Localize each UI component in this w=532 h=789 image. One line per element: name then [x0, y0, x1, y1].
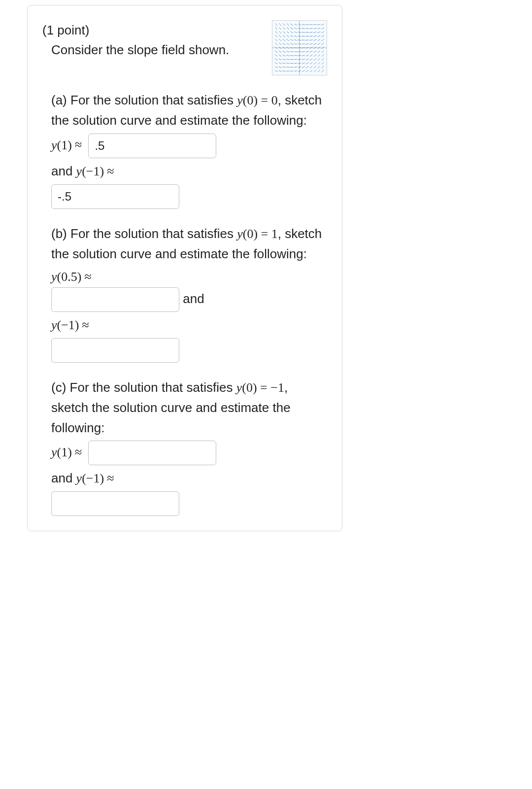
svg-line-168	[322, 62, 324, 65]
svg-line-32	[283, 39, 285, 41]
svg-line-111	[306, 43, 309, 44]
svg-line-27	[279, 70, 282, 71]
svg-line-160	[321, 32, 324, 33]
svg-line-145	[317, 24, 320, 25]
part-b-q2-input[interactable]	[51, 338, 179, 363]
svg-line-22	[279, 51, 282, 53]
svg-line-94	[302, 28, 305, 29]
svg-line-133	[313, 28, 316, 29]
svg-line-95	[302, 32, 305, 33]
svg-line-79	[294, 70, 297, 71]
svg-line-15	[279, 23, 281, 26]
svg-line-137	[313, 43, 316, 45]
svg-line-110	[305, 40, 309, 40]
svg-line-57	[290, 35, 293, 37]
svg-line-93	[302, 24, 305, 25]
svg-line-118	[306, 70, 308, 72]
slope-field-svg	[272, 21, 327, 75]
svg-line-122	[309, 36, 312, 36]
svg-line-26	[279, 67, 282, 68]
svg-line-61	[290, 51, 293, 52]
svg-line-67	[294, 24, 297, 25]
svg-line-156	[318, 66, 320, 69]
svg-line-49	[286, 55, 289, 56]
svg-line-139	[314, 51, 317, 53]
svg-line-37	[282, 59, 285, 60]
svg-line-85	[298, 44, 301, 44]
part-b-condition: y(0) = 1	[237, 227, 278, 241]
svg-line-129	[310, 62, 312, 64]
svg-line-128	[310, 59, 313, 61]
svg-line-105	[302, 70, 305, 72]
svg-line-23	[279, 55, 282, 56]
part-a-q2: and y(−1)≈	[51, 161, 327, 209]
svg-line-29	[283, 27, 285, 30]
svg-line-166	[322, 54, 324, 57]
part-a-and: and	[51, 164, 76, 178]
part-a-condition: y(0) = 0	[237, 93, 278, 107]
svg-line-98	[302, 44, 305, 44]
part-a-q2-label: y(−1)≈	[76, 164, 117, 178]
svg-line-130	[310, 66, 312, 68]
svg-line-68	[294, 28, 297, 29]
svg-line-141	[314, 59, 316, 61]
part-a-q1-input[interactable]	[88, 134, 216, 158]
svg-line-55	[291, 28, 294, 30]
svg-line-100	[302, 51, 305, 52]
svg-line-132	[313, 24, 316, 25]
svg-line-135	[313, 35, 316, 36]
svg-line-152	[318, 51, 320, 53]
svg-line-44	[287, 35, 290, 37]
part-c-q2-input[interactable]	[51, 491, 179, 516]
svg-line-56	[290, 32, 293, 33]
svg-line-38	[282, 63, 285, 64]
svg-line-51	[286, 63, 289, 64]
part-b-prompt-pre: (b) For the solution that satisfies	[51, 226, 237, 241]
svg-line-24	[279, 59, 282, 60]
part-b-q1-input[interactable]	[51, 287, 179, 312]
svg-line-116	[306, 63, 309, 64]
svg-line-33	[283, 43, 286, 45]
svg-line-28	[283, 24, 285, 26]
svg-line-106	[305, 24, 309, 25]
svg-line-6	[275, 39, 278, 41]
svg-line-113	[306, 51, 309, 52]
part-b-and: and	[183, 291, 204, 306]
svg-line-36	[283, 55, 286, 56]
svg-line-39	[282, 67, 285, 68]
svg-line-115	[306, 59, 309, 60]
part-a-q2-input[interactable]	[51, 184, 179, 209]
svg-line-30	[283, 31, 285, 33]
svg-line-161	[321, 35, 324, 37]
svg-line-157	[318, 70, 320, 72]
svg-line-126	[310, 51, 313, 52]
svg-line-19	[279, 39, 281, 41]
svg-line-104	[302, 67, 305, 68]
svg-line-155	[318, 62, 320, 65]
svg-line-131	[310, 70, 312, 72]
svg-line-169	[322, 66, 324, 69]
part-b-q2: y(−1)≈	[51, 315, 327, 363]
part-c-q1-input[interactable]	[88, 441, 216, 465]
svg-line-165	[322, 51, 324, 53]
svg-line-162	[321, 39, 324, 41]
svg-line-144	[314, 70, 316, 72]
svg-line-140	[314, 55, 316, 57]
slope-field-thumbnail[interactable]	[272, 20, 327, 75]
svg-line-123	[309, 39, 312, 40]
svg-line-146	[317, 28, 320, 29]
part-a-q1-label: y(1)≈	[51, 137, 85, 152]
intro-text: Consider the slope field shown.	[42, 40, 262, 60]
svg-line-11	[275, 59, 278, 61]
svg-line-170	[322, 70, 324, 72]
part-b-q2-label: y(−1)≈	[51, 318, 92, 332]
svg-line-148	[317, 35, 320, 37]
header: (1 point) Consider the slope field shown…	[42, 20, 327, 75]
part-c: (c) For the solution that satisfies y(0)…	[42, 377, 327, 516]
svg-line-71	[294, 39, 297, 40]
svg-line-7	[275, 43, 277, 45]
part-c-prompt-pre: (c) For the solution that satisfies	[51, 380, 236, 395]
svg-line-72	[294, 43, 297, 44]
svg-line-66	[290, 71, 294, 71]
svg-line-127	[310, 55, 313, 56]
